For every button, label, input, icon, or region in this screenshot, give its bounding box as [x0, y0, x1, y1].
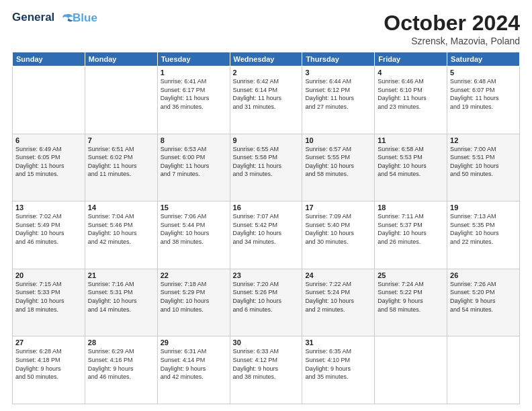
calendar-day-cell: 23Sunrise: 7:20 AM Sunset: 5:26 PM Dayli… [230, 269, 302, 336]
calendar-day-header: Saturday [447, 52, 520, 66]
day-number: 21 [88, 271, 154, 279]
day-number: 31 [305, 338, 371, 347]
calendar-day-cell: 7Sunrise: 6:51 AM Sunset: 6:02 PM Daylig… [85, 134, 157, 201]
day-info: Sunrise: 7:00 AM Sunset: 5:51 PM Dayligh… [450, 145, 517, 179]
calendar-day-cell: 27Sunrise: 6:28 AM Sunset: 4:18 PM Dayli… [13, 336, 85, 404]
calendar-empty-cell [13, 66, 85, 134]
day-info: Sunrise: 6:29 AM Sunset: 4:16 PM Dayligh… [88, 347, 154, 381]
day-number: 13 [15, 203, 82, 212]
day-info: Sunrise: 6:35 AM Sunset: 4:10 PM Dayligh… [305, 347, 371, 381]
calendar-day-header: Monday [85, 52, 157, 66]
calendar-day-cell: 9Sunrise: 6:55 AM Sunset: 5:58 PM Daylig… [230, 134, 302, 201]
day-number: 10 [305, 136, 371, 144]
day-info: Sunrise: 7:11 AM Sunset: 5:37 PM Dayligh… [378, 212, 444, 246]
day-number: 26 [450, 271, 517, 279]
day-number: 3 [305, 68, 371, 77]
month-title: October 2024 [384, 11, 520, 36]
header: General Blue October 2024 Szrensk, Mazov… [12, 11, 520, 46]
day-info: Sunrise: 6:57 AM Sunset: 5:55 PM Dayligh… [305, 145, 371, 179]
calendar-day-cell: 1Sunrise: 6:41 AM Sunset: 6:17 PM Daylig… [157, 66, 230, 134]
logo-bird-icon [59, 11, 74, 26]
day-number: 29 [161, 338, 227, 347]
calendar-day-cell: 12Sunrise: 7:00 AM Sunset: 5:51 PM Dayli… [447, 134, 520, 201]
day-info: Sunrise: 6:53 AM Sunset: 6:00 PM Dayligh… [161, 145, 227, 179]
day-number: 16 [233, 203, 300, 212]
calendar-day-cell: 21Sunrise: 7:16 AM Sunset: 5:31 PM Dayli… [85, 269, 157, 336]
calendar-day-cell: 16Sunrise: 7:07 AM Sunset: 5:42 PM Dayli… [230, 201, 302, 269]
calendar-day-header: Sunday [13, 52, 85, 66]
calendar-day-cell: 28Sunrise: 6:29 AM Sunset: 4:16 PM Dayli… [85, 336, 157, 404]
day-number: 15 [161, 203, 227, 212]
day-info: Sunrise: 7:04 AM Sunset: 5:46 PM Dayligh… [88, 212, 154, 246]
day-info: Sunrise: 7:26 AM Sunset: 5:20 PM Dayligh… [450, 280, 517, 314]
logo-text: General [12, 11, 74, 26]
day-number: 5 [450, 68, 517, 77]
day-info: Sunrise: 7:22 AM Sunset: 5:24 PM Dayligh… [305, 280, 371, 314]
day-number: 24 [305, 271, 371, 279]
day-number: 12 [450, 136, 517, 144]
calendar-day-header: Tuesday [157, 52, 230, 66]
day-number: 22 [161, 271, 227, 279]
day-info: Sunrise: 7:18 AM Sunset: 5:29 PM Dayligh… [161, 280, 227, 314]
calendar-day-cell: 22Sunrise: 7:18 AM Sunset: 5:29 PM Dayli… [157, 269, 230, 336]
day-info: Sunrise: 6:31 AM Sunset: 4:14 PM Dayligh… [161, 347, 227, 381]
day-number: 14 [88, 203, 154, 212]
day-info: Sunrise: 6:41 AM Sunset: 6:17 PM Dayligh… [161, 77, 227, 111]
day-info: Sunrise: 7:20 AM Sunset: 5:26 PM Dayligh… [233, 280, 300, 314]
day-info: Sunrise: 6:44 AM Sunset: 6:12 PM Dayligh… [305, 77, 371, 111]
day-info: Sunrise: 7:24 AM Sunset: 5:22 PM Dayligh… [378, 280, 444, 314]
calendar-day-cell: 6Sunrise: 6:49 AM Sunset: 6:05 PM Daylig… [13, 134, 85, 201]
day-number: 17 [305, 203, 371, 212]
title-block: October 2024 Szrensk, Mazovia, Poland [384, 11, 520, 46]
calendar-day-header: Friday [375, 52, 447, 66]
day-info: Sunrise: 7:15 AM Sunset: 5:33 PM Dayligh… [15, 280, 82, 314]
calendar-day-cell: 14Sunrise: 7:04 AM Sunset: 5:46 PM Dayli… [85, 201, 157, 269]
calendar-week-row: 20Sunrise: 7:15 AM Sunset: 5:33 PM Dayli… [13, 269, 520, 336]
day-info: Sunrise: 7:07 AM Sunset: 5:42 PM Dayligh… [233, 212, 300, 246]
calendar-empty-cell [447, 336, 520, 404]
day-number: 9 [233, 136, 300, 144]
day-number: 4 [378, 68, 444, 77]
day-info: Sunrise: 7:09 AM Sunset: 5:40 PM Dayligh… [305, 212, 371, 246]
calendar-day-cell: 30Sunrise: 6:33 AM Sunset: 4:12 PM Dayli… [230, 336, 302, 404]
day-info: Sunrise: 7:06 AM Sunset: 5:44 PM Dayligh… [161, 212, 227, 246]
location: Szrensk, Mazovia, Poland [384, 36, 520, 46]
day-info: Sunrise: 6:48 AM Sunset: 6:07 PM Dayligh… [450, 77, 517, 111]
day-number: 27 [15, 338, 82, 347]
calendar-day-cell: 11Sunrise: 6:58 AM Sunset: 5:53 PM Dayli… [375, 134, 447, 201]
day-info: Sunrise: 7:13 AM Sunset: 5:35 PM Dayligh… [450, 212, 517, 246]
calendar-table: SundayMondayTuesdayWednesdayThursdayFrid… [12, 52, 520, 404]
calendar-week-row: 13Sunrise: 7:02 AM Sunset: 5:49 PM Dayli… [13, 201, 520, 269]
day-info: Sunrise: 7:02 AM Sunset: 5:49 PM Dayligh… [15, 212, 82, 246]
calendar-day-cell: 17Sunrise: 7:09 AM Sunset: 5:40 PM Dayli… [302, 201, 375, 269]
calendar-day-cell: 5Sunrise: 6:48 AM Sunset: 6:07 PM Daylig… [447, 66, 520, 134]
calendar-day-cell: 2Sunrise: 6:42 AM Sunset: 6:14 PM Daylig… [230, 66, 302, 134]
calendar-day-cell: 13Sunrise: 7:02 AM Sunset: 5:49 PM Dayli… [13, 201, 85, 269]
calendar-day-header: Thursday [302, 52, 375, 66]
calendar-week-row: 6Sunrise: 6:49 AM Sunset: 6:05 PM Daylig… [13, 134, 520, 201]
day-number: 1 [161, 68, 227, 77]
logo-text2: Blue [73, 11, 97, 25]
day-info: Sunrise: 6:33 AM Sunset: 4:12 PM Dayligh… [233, 347, 300, 381]
calendar-day-cell: 8Sunrise: 6:53 AM Sunset: 6:00 PM Daylig… [157, 134, 230, 201]
day-number: 28 [88, 338, 154, 347]
calendar-day-cell: 29Sunrise: 6:31 AM Sunset: 4:14 PM Dayli… [157, 336, 230, 404]
calendar-empty-cell [375, 336, 447, 404]
day-number: 8 [161, 136, 227, 144]
calendar-week-row: 27Sunrise: 6:28 AM Sunset: 4:18 PM Dayli… [13, 336, 520, 404]
day-info: Sunrise: 7:16 AM Sunset: 5:31 PM Dayligh… [88, 280, 154, 314]
calendar-week-row: 1Sunrise: 6:41 AM Sunset: 6:17 PM Daylig… [13, 66, 520, 134]
day-number: 18 [378, 203, 444, 212]
day-number: 20 [15, 271, 82, 279]
day-number: 23 [233, 271, 300, 279]
calendar-day-cell: 4Sunrise: 6:46 AM Sunset: 6:10 PM Daylig… [375, 66, 447, 134]
day-number: 6 [15, 136, 82, 144]
calendar-day-cell: 3Sunrise: 6:44 AM Sunset: 6:12 PM Daylig… [302, 66, 375, 134]
calendar-header-row: SundayMondayTuesdayWednesdayThursdayFrid… [13, 52, 520, 66]
day-number: 7 [88, 136, 154, 144]
page: General Blue October 2024 Szrensk, Mazov… [0, 0, 532, 411]
calendar-day-cell: 25Sunrise: 7:24 AM Sunset: 5:22 PM Dayli… [375, 269, 447, 336]
calendar-day-cell: 26Sunrise: 7:26 AM Sunset: 5:20 PM Dayli… [447, 269, 520, 336]
calendar-day-cell: 20Sunrise: 7:15 AM Sunset: 5:33 PM Dayli… [13, 269, 85, 336]
logo: General Blue [12, 11, 97, 26]
